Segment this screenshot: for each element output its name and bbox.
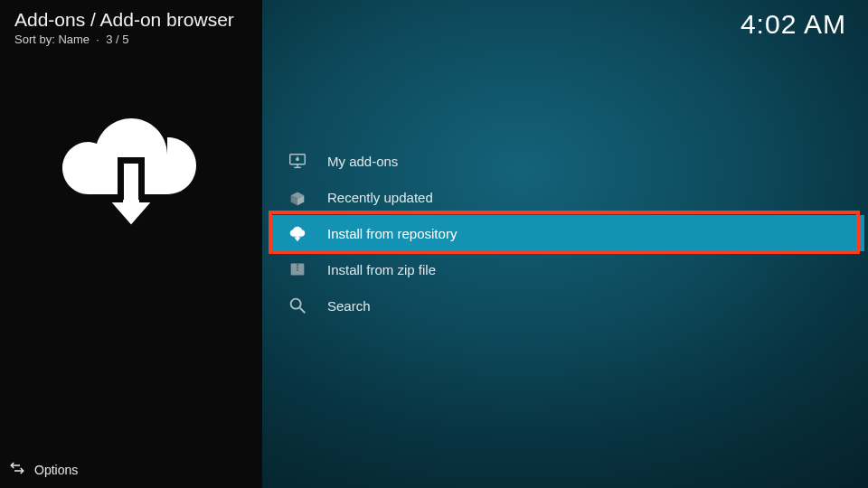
svg-point-20 <box>291 299 301 309</box>
breadcrumb: Add-ons / Add-on browser <box>0 0 262 31</box>
svg-rect-19 <box>297 269 298 271</box>
menu-item-label: Install from zip file <box>327 262 436 277</box>
position-indicator: 3 / 5 <box>106 33 128 46</box>
menu-item-label: My add-ons <box>327 154 398 169</box>
menu-list: My add-ons Recently updated Install from… <box>271 143 864 324</box>
svg-line-21 <box>300 308 306 314</box>
box-open-icon <box>288 187 307 207</box>
menu-item-install-repository[interactable]: Install from repository <box>271 215 864 251</box>
menu-item-recently-updated[interactable]: Recently updated <box>271 179 864 215</box>
options-label: Options <box>34 463 78 477</box>
monitor-icon <box>288 151 307 171</box>
options-button[interactable]: Options <box>9 460 78 479</box>
menu-item-my-addons[interactable]: My add-ons <box>271 143 864 179</box>
options-icon <box>9 460 25 479</box>
cloud-download-large-icon <box>59 109 203 239</box>
sidebar: Add-ons / Add-on browser Sort by: Name ·… <box>0 0 262 488</box>
menu-item-label: Install from repository <box>327 226 457 241</box>
cloud-download-icon <box>288 223 307 243</box>
svg-rect-17 <box>297 264 298 267</box>
sort-label: Sort by: Name <box>14 33 90 46</box>
menu-item-label: Recently updated <box>327 190 433 205</box>
svg-marker-1 <box>106 200 156 229</box>
svg-rect-15 <box>297 233 299 239</box>
menu-item-search[interactable]: Search <box>271 287 864 324</box>
sort-indicator: Sort by: Name · 3 / 5 <box>0 31 262 46</box>
search-icon <box>288 296 307 315</box>
svg-point-9 <box>297 158 298 160</box>
menu-item-label: Search <box>327 298 371 314</box>
clock: 4:02 AM <box>741 9 846 40</box>
svg-rect-2 <box>124 164 138 203</box>
menu-item-install-zip[interactable]: Install from zip file <box>271 251 864 287</box>
zip-icon <box>288 259 307 279</box>
svg-rect-18 <box>297 267 298 268</box>
sidebar-hero-icon-wrap <box>0 109 262 239</box>
